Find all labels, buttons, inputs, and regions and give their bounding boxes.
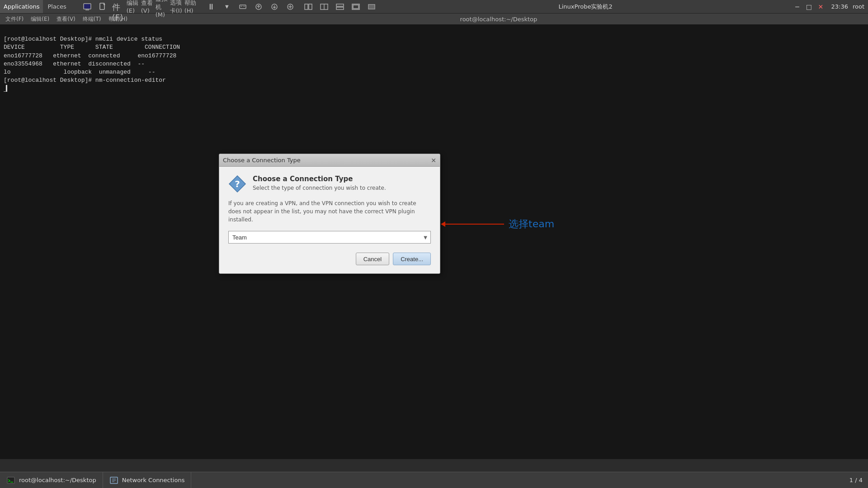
svg-rect-21: [353, 5, 359, 9]
annotation: 选择team: [441, 217, 554, 231]
bottom-taskbar: root@localhost:~/Desktop Network Connect…: [0, 472, 868, 488]
applications-label: Applications: [4, 3, 39, 10]
page-indicator: 1 / 4: [844, 477, 868, 483]
win-minimize-btn[interactable]: ─: [792, 2, 802, 12]
select-wrapper: TeamEthernetWi-FiBluetoothBridgeBondVLAN…: [228, 231, 431, 244]
annotation-arrow: [441, 221, 504, 227]
snapshot-btn2[interactable]: [267, 1, 282, 13]
vm-title-center: LinuxProbe实验机2: [379, 3, 793, 11]
dialog-question-icon: ?: [228, 175, 246, 193]
win-close-btn[interactable]: ✕: [816, 2, 826, 12]
terminal-taskbar-icon: [6, 476, 15, 485]
edit-icon[interactable]: 编辑(E): [126, 1, 141, 13]
dialog-buttons: Cancel Create...: [228, 253, 431, 265]
taskbar-netconn-item[interactable]: Network Connections: [103, 472, 192, 488]
help-icon[interactable]: 帮助(H): [184, 1, 198, 13]
user-label: root: [853, 3, 864, 10]
dialog-heading: Choose a Connection Type: [253, 175, 386, 183]
svg-rect-4: [240, 5, 246, 9]
taskbar-right-info: 23:36 root: [827, 3, 868, 10]
dialog-close-btn[interactable]: ✕: [431, 157, 436, 164]
layout-btn3[interactable]: [333, 1, 347, 13]
taskbar-terminal-label: root@localhost:~/Desktop: [19, 477, 96, 483]
svg-text:?: ?: [235, 178, 240, 189]
svg-rect-26: [7, 477, 14, 483]
menu-icon[interactable]: 文件(F): [112, 1, 126, 13]
connection-type-select-row: TeamEthernetWi-FiBluetoothBridgeBondVLAN…: [228, 231, 431, 244]
file-icon: [95, 1, 110, 13]
svg-rect-14: [305, 4, 308, 9]
fullscreen-btn[interactable]: [364, 1, 379, 13]
cancel-button[interactable]: Cancel: [356, 253, 389, 265]
dialog-header-text: Choose a Connection Type Select the type…: [253, 175, 386, 191]
arrow-head-icon: [441, 221, 445, 227]
arrow-line: [445, 224, 504, 225]
send-keys-btn[interactable]: [236, 1, 250, 13]
taskbar-netconn-label: Network Connections: [122, 477, 185, 483]
svg-rect-1: [84, 4, 90, 9]
dialog-description: If you are creating a VPN, and the VPN c…: [228, 199, 431, 224]
dialog-overlay: Choose a Connection Type ✕ ? Choose a C: [0, 14, 868, 459]
top-taskbar: Applications Places 文件(F) 编辑(E) 查看(V) 虚拟…: [0, 0, 868, 14]
win-restore-btn[interactable]: □: [804, 2, 814, 12]
applications-menu[interactable]: Applications: [0, 0, 43, 13]
places-menu[interactable]: Places: [43, 0, 71, 13]
snapshot-btn3[interactable]: [283, 1, 297, 13]
svg-rect-18: [336, 4, 344, 6]
dialog-subtitle: Select the type of connection you wish t…: [253, 185, 386, 191]
choose-connection-dialog: Choose a Connection Type ✕ ? Choose a C: [219, 154, 440, 274]
dialog-titlebar: Choose a Connection Type ✕: [219, 154, 440, 167]
dialog-title: Choose a Connection Type: [223, 157, 301, 164]
create-button[interactable]: Create...: [393, 253, 431, 265]
svg-rect-15: [309, 4, 312, 9]
annotation-label: 选择team: [509, 217, 554, 231]
netconn-taskbar-icon: [109, 476, 118, 485]
layout-btn1[interactable]: [301, 1, 316, 13]
vm-menu-icon[interactable]: 虚拟机(M): [155, 1, 170, 13]
connection-type-select[interactable]: TeamEthernetWi-FiBluetoothBridgeBondVLAN…: [228, 231, 431, 244]
clock: 23:36: [831, 3, 848, 10]
pause-dropdown-btn[interactable]: ▼: [220, 1, 234, 13]
dialog-body: ? Choose a Connection Type Select the ty…: [219, 167, 440, 273]
taskbar-terminal-item[interactable]: root@localhost:~/Desktop: [0, 472, 103, 488]
view-icon[interactable]: 查看(V): [141, 1, 155, 13]
vm-icon: [80, 1, 94, 13]
pause-btn[interactable]: ⏸: [204, 1, 218, 13]
top-nav: Places: [43, 0, 71, 13]
layout-btn4[interactable]: [349, 1, 363, 13]
tabs-icon[interactable]: 选项卡(I): [170, 1, 184, 13]
desktop: 文件(F) 编辑(E) 查看(V) 终端(T) 帮助(H) root@local…: [0, 14, 868, 459]
snapshot-btn1[interactable]: [251, 1, 266, 13]
svg-rect-19: [336, 7, 344, 9]
layout-btn2[interactable]: [317, 1, 331, 13]
dialog-header: ? Choose a Connection Type Select the ty…: [228, 175, 431, 193]
svg-rect-22: [368, 4, 375, 9]
